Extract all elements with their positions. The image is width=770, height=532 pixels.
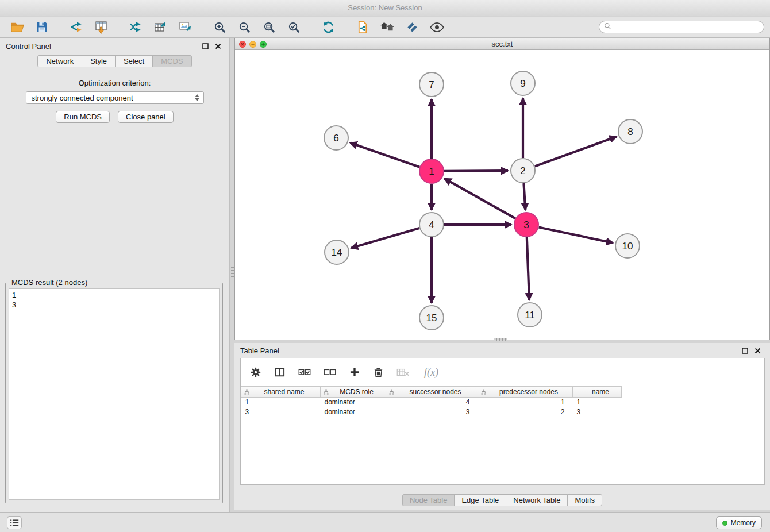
- run-mcds-button[interactable]: Run MCDS: [56, 111, 110, 123]
- tab-motifs[interactable]: Motifs: [567, 494, 602, 506]
- export-table-icon[interactable]: [149, 18, 172, 36]
- node-11[interactable]: 11: [518, 303, 542, 327]
- column-label: predecessor nodes: [499, 388, 558, 396]
- node-3[interactable]: 3: [514, 213, 538, 237]
- table-cell: 1: [573, 398, 622, 407]
- node-10[interactable]: 10: [615, 234, 640, 258]
- table-row[interactable]: 3dominator323: [241, 407, 622, 417]
- vertical-splitter-handle[interactable]: [231, 265, 234, 279]
- tab-style[interactable]: Style: [82, 55, 116, 67]
- column-header-name[interactable]: name: [573, 387, 622, 398]
- optimization-label: Optimization criterion:: [0, 79, 229, 87]
- zoom-fit-icon[interactable]: [257, 18, 280, 36]
- optimization-dropdown[interactable]: strongly connected component: [26, 91, 204, 104]
- tab-network[interactable]: Network: [37, 55, 82, 67]
- zoom-in-icon[interactable]: [208, 18, 231, 36]
- show-columns-icon[interactable]: [274, 367, 286, 378]
- network-window-titlebar[interactable]: scc.txt: [235, 38, 769, 50]
- window-titlebar: Session: New Session: [0, 0, 770, 16]
- svg-text:8: 8: [627, 126, 633, 137]
- column-header-mcds-role[interactable]: MCDS role: [321, 387, 386, 398]
- mcds-result-text[interactable]: 13: [9, 288, 220, 500]
- main-toolbar: [0, 17, 770, 38]
- node-2[interactable]: 2: [511, 159, 535, 183]
- close-table-panel-icon[interactable]: [753, 346, 762, 355]
- column-header-predecessor-nodes[interactable]: predecessor nodes: [478, 387, 573, 398]
- edge-3-1[interactable]: [445, 179, 515, 218]
- tab-network-table[interactable]: Network Table: [506, 494, 568, 506]
- select-all-columns-icon[interactable]: [298, 368, 311, 377]
- svg-text:9: 9: [520, 78, 525, 89]
- tab-mcds[interactable]: MCDS: [152, 55, 191, 67]
- edge-1-6[interactable]: [351, 143, 420, 167]
- float-table-panel-icon[interactable]: [740, 346, 749, 355]
- close-panel-button[interactable]: Close panel: [118, 111, 174, 123]
- column-type-icon: [480, 389, 487, 397]
- edge-2-8[interactable]: [535, 137, 617, 167]
- edge-1-2[interactable]: [444, 171, 508, 171]
- node-4[interactable]: 4: [419, 213, 444, 237]
- delete-column-trash-icon[interactable]: [373, 367, 384, 378]
- function-builder-fx-icon: f(x): [424, 367, 438, 379]
- node-1[interactable]: 1: [419, 159, 444, 183]
- table-cell: 3: [573, 407, 622, 417]
- tab-edge-table[interactable]: Edge Table: [454, 494, 506, 506]
- svg-text:4: 4: [429, 219, 434, 230]
- clone-network-icon[interactable]: [351, 18, 374, 36]
- export-network-icon[interactable]: [124, 18, 147, 36]
- horizontal-splitter-handle[interactable]: [494, 338, 507, 341]
- edge-3-10[interactable]: [539, 228, 613, 243]
- eye-icon[interactable]: [425, 18, 448, 36]
- refresh-icon[interactable]: [317, 18, 340, 36]
- mcds-result-line: 3: [12, 300, 216, 310]
- node-table-body: 1dominator4113dominator323: [241, 398, 622, 417]
- table-settings-gear-icon[interactable]: [250, 367, 261, 378]
- tab-select[interactable]: Select: [115, 55, 153, 67]
- import-network-icon[interactable]: [65, 18, 88, 36]
- export-image-icon[interactable]: [174, 18, 197, 36]
- node-6[interactable]: 6: [324, 126, 348, 150]
- delete-table-icon-disabled: [396, 368, 409, 377]
- column-header-shared-name[interactable]: shared name: [241, 387, 321, 398]
- control-panel-title: Control Panel: [6, 42, 51, 51]
- window-minimize-icon[interactable]: [249, 41, 256, 48]
- search-box[interactable]: [599, 21, 764, 33]
- open-session-icon[interactable]: [6, 18, 29, 36]
- memory-button[interactable]: Memory: [716, 516, 762, 529]
- tab-node-table[interactable]: Node Table: [402, 494, 455, 506]
- node-8[interactable]: 8: [618, 119, 642, 144]
- close-panel-icon[interactable]: [213, 41, 222, 51]
- table-cell: 2: [478, 407, 573, 417]
- window-zoom-icon[interactable]: [260, 41, 267, 48]
- network-canvas[interactable]: 7968124314101511: [235, 50, 769, 340]
- column-header-successor-nodes[interactable]: successor nodes: [386, 387, 478, 398]
- zoom-selected-icon[interactable]: [282, 18, 305, 36]
- edge-2-3[interactable]: [523, 183, 525, 210]
- edge-4-14[interactable]: [351, 228, 419, 248]
- add-column-icon[interactable]: [349, 367, 360, 378]
- table-row[interactable]: 1dominator411: [241, 398, 622, 407]
- save-session-icon[interactable]: [30, 18, 53, 36]
- window-title: Session: New Session: [348, 3, 422, 12]
- svg-text:10: 10: [622, 241, 633, 252]
- edge-3-11[interactable]: [527, 237, 529, 300]
- memory-status-dot-icon: [722, 521, 727, 526]
- graphics-details-icon[interactable]: [401, 18, 424, 36]
- node-7[interactable]: 7: [419, 72, 444, 97]
- float-panel-icon[interactable]: [201, 41, 210, 51]
- unselect-all-columns-icon[interactable]: [324, 368, 336, 377]
- zoom-out-icon[interactable]: [233, 18, 256, 36]
- table-panel-title: Table Panel: [240, 346, 279, 355]
- network-window-title: scc.txt: [492, 40, 513, 48]
- import-table-icon[interactable]: [90, 18, 113, 36]
- search-input[interactable]: [615, 23, 759, 31]
- svg-text:15: 15: [426, 313, 437, 323]
- task-history-list-icon[interactable]: [7, 516, 22, 529]
- node-9[interactable]: 9: [511, 71, 535, 95]
- home-icon[interactable]: [376, 18, 399, 36]
- node-14[interactable]: 14: [325, 240, 349, 264]
- node-15[interactable]: 15: [419, 306, 444, 330]
- table-panel-header: Table Panel: [234, 343, 770, 358]
- table-cell: 4: [386, 398, 478, 407]
- window-close-icon[interactable]: [239, 41, 246, 48]
